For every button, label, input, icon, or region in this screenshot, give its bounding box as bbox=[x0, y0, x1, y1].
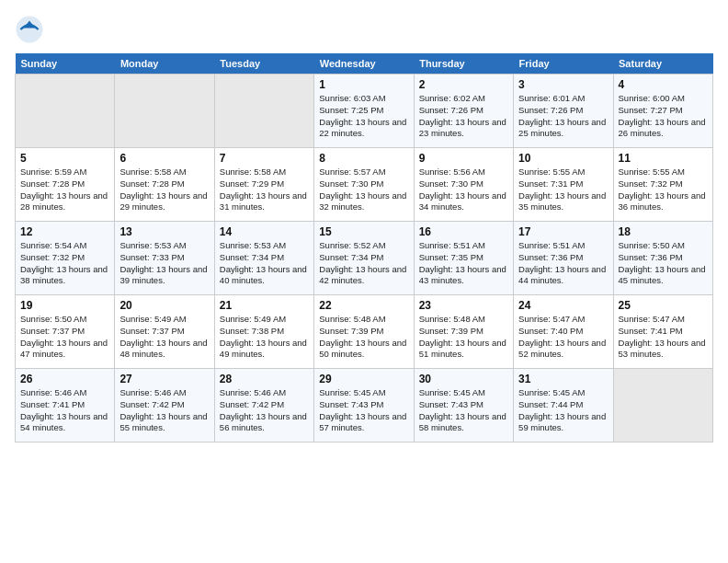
day-info: Sunrise: 5:52 AM Sunset: 7:34 PM Dayligh… bbox=[319, 240, 408, 287]
page-header bbox=[15, 15, 713, 44]
day-number: 18 bbox=[619, 225, 708, 238]
day-info: Sunrise: 5:48 AM Sunset: 7:39 PM Dayligh… bbox=[419, 314, 508, 361]
day-info: Sunrise: 5:51 AM Sunset: 7:36 PM Dayligh… bbox=[518, 240, 608, 287]
calendar-cell: 13Sunrise: 5:53 AM Sunset: 7:33 PM Dayli… bbox=[115, 222, 214, 295]
day-number: 22 bbox=[319, 299, 408, 312]
day-number: 1 bbox=[319, 78, 408, 91]
day-number: 16 bbox=[419, 225, 508, 238]
day-number: 23 bbox=[419, 299, 508, 312]
day-number: 14 bbox=[220, 225, 309, 238]
day-info: Sunrise: 5:55 AM Sunset: 7:31 PM Dayligh… bbox=[518, 167, 608, 213]
day-number: 29 bbox=[319, 373, 408, 385]
calendar-cell: 8Sunrise: 5:57 AM Sunset: 7:30 PM Daylig… bbox=[314, 148, 414, 222]
calendar-cell: 28Sunrise: 5:46 AM Sunset: 7:42 PM Dayli… bbox=[214, 369, 313, 442]
day-number: 27 bbox=[119, 373, 209, 385]
calendar-cell: 11Sunrise: 5:55 AM Sunset: 7:32 PM Dayli… bbox=[613, 148, 712, 222]
day-number: 11 bbox=[619, 152, 708, 165]
day-number: 10 bbox=[518, 152, 608, 165]
day-number: 5 bbox=[20, 152, 109, 165]
weekday-header-wednesday: Wednesday bbox=[314, 53, 414, 75]
calendar-cell bbox=[115, 75, 214, 148]
day-number: 20 bbox=[119, 299, 209, 312]
calendar-cell: 23Sunrise: 5:48 AM Sunset: 7:39 PM Dayli… bbox=[414, 295, 513, 369]
calendar-cell: 22Sunrise: 5:48 AM Sunset: 7:39 PM Dayli… bbox=[314, 295, 414, 369]
day-info: Sunrise: 5:53 AM Sunset: 7:34 PM Dayligh… bbox=[220, 240, 309, 287]
weekday-header-sunday: Sunday bbox=[16, 53, 115, 75]
weekday-header-tuesday: Tuesday bbox=[214, 53, 313, 75]
day-info: Sunrise: 6:02 AM Sunset: 7:26 PM Dayligh… bbox=[419, 93, 508, 140]
day-info: Sunrise: 5:58 AM Sunset: 7:28 PM Dayligh… bbox=[119, 167, 209, 213]
day-number: 15 bbox=[319, 225, 408, 238]
day-info: Sunrise: 5:47 AM Sunset: 7:41 PM Dayligh… bbox=[619, 314, 708, 361]
day-info: Sunrise: 5:45 AM Sunset: 7:44 PM Dayligh… bbox=[518, 387, 608, 434]
calendar-cell: 27Sunrise: 5:46 AM Sunset: 7:42 PM Dayli… bbox=[115, 369, 214, 442]
weekday-header-row: SundayMondayTuesdayWednesdayThursdayFrid… bbox=[16, 53, 713, 75]
calendar-cell: 10Sunrise: 5:55 AM Sunset: 7:31 PM Dayli… bbox=[514, 148, 613, 222]
day-number: 31 bbox=[518, 373, 608, 385]
day-number: 7 bbox=[220, 152, 309, 165]
day-info: Sunrise: 6:03 AM Sunset: 7:25 PM Dayligh… bbox=[319, 93, 408, 140]
calendar-cell: 21Sunrise: 5:49 AM Sunset: 7:38 PM Dayli… bbox=[214, 295, 313, 369]
calendar-cell: 14Sunrise: 5:53 AM Sunset: 7:34 PM Dayli… bbox=[214, 222, 313, 295]
calendar-week-row: 5Sunrise: 5:59 AM Sunset: 7:28 PM Daylig… bbox=[16, 148, 713, 222]
calendar-cell: 29Sunrise: 5:45 AM Sunset: 7:43 PM Dayli… bbox=[314, 369, 414, 442]
day-info: Sunrise: 5:58 AM Sunset: 7:29 PM Dayligh… bbox=[220, 167, 309, 213]
calendar-cell: 17Sunrise: 5:51 AM Sunset: 7:36 PM Dayli… bbox=[514, 222, 613, 295]
calendar-cell: 12Sunrise: 5:54 AM Sunset: 7:32 PM Dayli… bbox=[16, 222, 115, 295]
calendar-cell: 4Sunrise: 6:00 AM Sunset: 7:27 PM Daylig… bbox=[613, 75, 712, 148]
day-info: Sunrise: 5:46 AM Sunset: 7:41 PM Dayligh… bbox=[20, 387, 109, 434]
day-number: 30 bbox=[419, 373, 508, 385]
day-info: Sunrise: 5:54 AM Sunset: 7:32 PM Dayligh… bbox=[20, 240, 109, 287]
day-number: 17 bbox=[518, 225, 608, 238]
day-number: 19 bbox=[20, 299, 109, 312]
weekday-header-friday: Friday bbox=[514, 53, 613, 75]
calendar-cell: 5Sunrise: 5:59 AM Sunset: 7:28 PM Daylig… bbox=[16, 148, 115, 222]
calendar-cell: 18Sunrise: 5:50 AM Sunset: 7:36 PM Dayli… bbox=[613, 222, 712, 295]
calendar-body: 1Sunrise: 6:03 AM Sunset: 7:25 PM Daylig… bbox=[16, 75, 713, 442]
calendar-cell: 25Sunrise: 5:47 AM Sunset: 7:41 PM Dayli… bbox=[613, 295, 712, 369]
weekday-header-monday: Monday bbox=[115, 53, 214, 75]
weekday-header-saturday: Saturday bbox=[613, 53, 712, 75]
day-number: 12 bbox=[20, 225, 109, 238]
day-info: Sunrise: 5:46 AM Sunset: 7:42 PM Dayligh… bbox=[119, 387, 209, 434]
calendar-cell bbox=[16, 75, 115, 148]
svg-point-0 bbox=[17, 17, 43, 43]
calendar-cell: 6Sunrise: 5:58 AM Sunset: 7:28 PM Daylig… bbox=[115, 148, 214, 222]
calendar-cell: 2Sunrise: 6:02 AM Sunset: 7:26 PM Daylig… bbox=[414, 75, 513, 148]
day-info: Sunrise: 5:49 AM Sunset: 7:38 PM Dayligh… bbox=[220, 314, 309, 361]
day-info: Sunrise: 5:57 AM Sunset: 7:30 PM Dayligh… bbox=[319, 167, 408, 213]
calendar-week-row: 12Sunrise: 5:54 AM Sunset: 7:32 PM Dayli… bbox=[16, 222, 713, 295]
calendar-cell: 3Sunrise: 6:01 AM Sunset: 7:26 PM Daylig… bbox=[514, 75, 613, 148]
calendar-cell: 19Sunrise: 5:50 AM Sunset: 7:37 PM Dayli… bbox=[16, 295, 115, 369]
calendar-cell: 20Sunrise: 5:49 AM Sunset: 7:37 PM Dayli… bbox=[115, 295, 214, 369]
day-number: 2 bbox=[419, 78, 508, 91]
day-number: 26 bbox=[20, 373, 109, 385]
calendar-cell: 31Sunrise: 5:45 AM Sunset: 7:44 PM Dayli… bbox=[514, 369, 613, 442]
logo-icon bbox=[15, 15, 44, 44]
weekday-header-thursday: Thursday bbox=[414, 53, 513, 75]
day-info: Sunrise: 5:46 AM Sunset: 7:42 PM Dayligh… bbox=[220, 387, 309, 434]
day-number: 24 bbox=[518, 299, 608, 312]
calendar-table: SundayMondayTuesdayWednesdayThursdayFrid… bbox=[15, 53, 713, 442]
day-info: Sunrise: 5:56 AM Sunset: 7:30 PM Dayligh… bbox=[419, 167, 508, 213]
day-info: Sunrise: 5:59 AM Sunset: 7:28 PM Dayligh… bbox=[20, 167, 109, 213]
calendar-cell: 9Sunrise: 5:56 AM Sunset: 7:30 PM Daylig… bbox=[414, 148, 513, 222]
day-number: 6 bbox=[119, 152, 209, 165]
calendar-cell: 30Sunrise: 5:45 AM Sunset: 7:43 PM Dayli… bbox=[414, 369, 513, 442]
calendar-week-row: 19Sunrise: 5:50 AM Sunset: 7:37 PM Dayli… bbox=[16, 295, 713, 369]
day-info: Sunrise: 5:50 AM Sunset: 7:37 PM Dayligh… bbox=[20, 314, 109, 361]
day-number: 8 bbox=[319, 152, 408, 165]
day-info: Sunrise: 6:00 AM Sunset: 7:27 PM Dayligh… bbox=[619, 93, 708, 140]
day-number: 3 bbox=[518, 78, 608, 91]
calendar-cell: 26Sunrise: 5:46 AM Sunset: 7:41 PM Dayli… bbox=[16, 369, 115, 442]
day-number: 13 bbox=[119, 225, 209, 238]
day-info: Sunrise: 6:01 AM Sunset: 7:26 PM Dayligh… bbox=[518, 93, 608, 140]
calendar-cell: 1Sunrise: 6:03 AM Sunset: 7:25 PM Daylig… bbox=[314, 75, 414, 148]
calendar-cell bbox=[613, 369, 712, 442]
day-info: Sunrise: 5:48 AM Sunset: 7:39 PM Dayligh… bbox=[319, 314, 408, 361]
day-number: 4 bbox=[619, 78, 708, 91]
day-info: Sunrise: 5:51 AM Sunset: 7:35 PM Dayligh… bbox=[419, 240, 508, 287]
day-info: Sunrise: 5:49 AM Sunset: 7:37 PM Dayligh… bbox=[119, 314, 209, 361]
calendar-cell: 7Sunrise: 5:58 AM Sunset: 7:29 PM Daylig… bbox=[214, 148, 313, 222]
day-info: Sunrise: 5:53 AM Sunset: 7:33 PM Dayligh… bbox=[119, 240, 209, 287]
